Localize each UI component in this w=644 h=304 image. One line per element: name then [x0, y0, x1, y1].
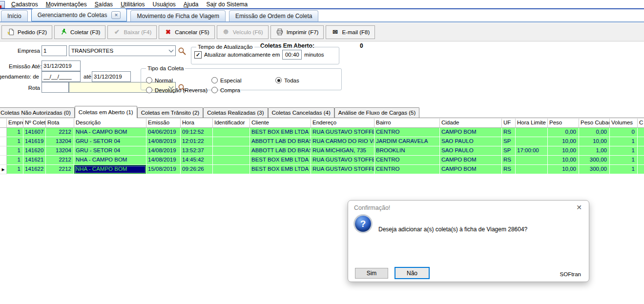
column-header-cliente[interactable]: Cliente	[250, 119, 311, 128]
cell-hora-limite[interactable]	[516, 137, 548, 146]
cell-hora[interactable]: 12:01:22	[181, 137, 213, 146]
cell-peso[interactable]: 10,00	[548, 146, 579, 156]
cell-c[interactable]	[638, 128, 644, 137]
cell-hora-limite[interactable]	[516, 165, 548, 174]
cell-identificador[interactable]	[213, 128, 250, 137]
column-header-descricao[interactable]: Descrição	[74, 119, 146, 128]
cell-uf[interactable]: SP	[502, 146, 516, 156]
nao-button[interactable]: Não	[395, 267, 430, 279]
cell-volumes[interactable]: 1	[610, 165, 638, 174]
table-row[interactable]: 11416072212NHA - CAMPO BOM04/06/201909:1…	[0, 128, 644, 137]
cell-n-coleta[interactable]: 141620	[23, 146, 46, 156]
cell-peso-cubado[interactable]: 1,00	[579, 146, 610, 156]
table-row[interactable]: 114162013204GRU - SETOR 0414/08/201913:5…	[0, 146, 644, 156]
cell-endereco[interactable]: RUA GUSTAVO STOFFEL, 45	[311, 156, 374, 165]
column-header-hora-limite[interactable]: Hora Limite	[516, 119, 548, 128]
radio-compra[interactable]: Compra	[211, 87, 240, 93]
radio-especial[interactable]: Especial	[211, 77, 241, 83]
cell-volumes[interactable]: 1	[610, 146, 638, 156]
cell-identificador[interactable]	[213, 137, 250, 146]
cell-endereco[interactable]: RUA GUSTAVO STOFFEL, 45	[311, 165, 374, 174]
cell-hora[interactable]: 09:12:52	[181, 128, 213, 137]
cell-peso-cubado[interactable]: 10,00	[579, 137, 610, 146]
cell-peso[interactable]: 0,00	[548, 128, 579, 137]
cell-hora-limite[interactable]: 17:00:00	[516, 146, 548, 156]
imprimir-f7-button[interactable]: Imprimir (F7)	[270, 25, 324, 39]
cell-cidade[interactable]: SAO PAULO	[440, 146, 502, 156]
baixar-f4-button[interactable]: ✔Baixar (F4)	[107, 25, 157, 39]
column-header-cidade[interactable]: Cidade	[440, 119, 502, 128]
cell-uf[interactable]: RS	[502, 165, 516, 174]
cell-volumes[interactable]: 1	[610, 137, 638, 146]
cell-n-coleta[interactable]: 141622	[23, 165, 46, 174]
cell-empresa[interactable]: 1	[7, 165, 23, 174]
cell-rota[interactable]: 13204	[46, 146, 74, 156]
close-icon[interactable]: ✕	[576, 204, 582, 211]
menu-item-cadastros[interactable]: Cadastros	[7, 0, 42, 8]
tab-coletas-canceladas-4[interactable]: Coletas Canceladas (4)	[268, 107, 334, 118]
coletar-f3-button[interactable]: Coletar (F3)	[54, 25, 105, 39]
cell-rota[interactable]: 13204	[46, 137, 74, 146]
column-header-peso[interactable]: Peso	[548, 119, 579, 128]
cell-identificador[interactable]	[213, 165, 250, 174]
cell-volumes[interactable]: 0	[610, 128, 638, 137]
auto-update-checkbox[interactable]: ✓	[194, 51, 202, 59]
cell-hora[interactable]: 14:45:42	[181, 156, 213, 165]
cell-emissao[interactable]: 04/06/2019	[146, 128, 181, 137]
menu-item-saidas[interactable]: Saídas	[91, 0, 117, 8]
cell-emissao[interactable]: 15/08/2019	[146, 165, 181, 174]
agendamento-de-input[interactable]	[42, 71, 81, 82]
menu-item-sair-do-sistema[interactable]: Sair do Sistema	[203, 0, 252, 8]
interval-input[interactable]	[282, 50, 302, 60]
tab-emissao-de-ordem-de-coleta[interactable]: Emissão de Ordem de Coleta	[229, 10, 318, 21]
sim-button[interactable]: Sim	[355, 268, 388, 279]
radio-todas[interactable]: Todas	[275, 77, 299, 83]
tab-coletas-em-aberto-1[interactable]: Coletas em Aberto (1)	[75, 106, 137, 118]
radio-devolucao-reversa[interactable]: Devolução (Reversa)	[146, 87, 208, 93]
cell-c[interactable]	[638, 165, 644, 174]
cell-n-coleta[interactable]: 141619	[23, 137, 46, 146]
cell-descricao[interactable]: GRU - SETOR 04	[74, 137, 146, 146]
cell-peso-cubado[interactable]: 300,00	[579, 156, 610, 165]
column-header-n-coleta[interactable]: Nº Coleta	[23, 119, 46, 128]
table-row[interactable]: 114161913204GRU - SETOR 0414/08/201912:0…	[0, 137, 644, 146]
column-header-uf[interactable]: UF	[502, 119, 516, 128]
cell-peso[interactable]: 10,00	[548, 165, 579, 174]
cell-uf[interactable]: RS	[502, 156, 516, 165]
column-header-c[interactable]: C	[638, 119, 644, 128]
cell-empresa[interactable]: 1	[7, 137, 23, 146]
column-header-volumes[interactable]: Volumes	[610, 119, 638, 128]
cell-cidade[interactable]: CAMPO BOM	[440, 128, 502, 137]
table-row[interactable]: ▶11416222212NHA - CAMPO BOM15/08/201909:…	[0, 165, 644, 174]
cell-bairro[interactable]: CENTRO	[374, 165, 440, 174]
empresa-code-input[interactable]	[42, 45, 67, 56]
cell-descricao[interactable]: NHA - CAMPO BOM	[74, 156, 146, 165]
tab-movimento-de-ficha-de-viagem[interactable]: Movimento de Ficha de Viagem	[130, 10, 226, 21]
column-header-empresa[interactable]: Empresa	[7, 119, 23, 128]
cell-descricao[interactable]: NHA - CAMPO BOM	[74, 128, 146, 137]
radio-normal[interactable]: Normal	[146, 77, 173, 83]
cell-hora-limite[interactable]	[516, 156, 548, 165]
pedido-f2-button[interactable]: Pedido (F2)	[1, 25, 52, 39]
cell-uf[interactable]: RS	[502, 128, 516, 137]
veiculo-f6-button[interactable]: ☸Veículo (F6)	[217, 25, 269, 39]
cell-uf[interactable]: SP	[502, 137, 516, 146]
cell-peso-cubado[interactable]: 0,00	[579, 128, 610, 137]
cell-identificador[interactable]	[213, 146, 250, 156]
empresa-search-icon[interactable]	[177, 47, 187, 56]
column-header-hora[interactable]: Hora	[181, 119, 213, 128]
cell-empresa[interactable]: 1	[7, 128, 23, 137]
tab-close-icon[interactable]: ✕	[111, 11, 121, 19]
cell-c[interactable]	[638, 156, 644, 165]
tab-inicio[interactable]: Início	[1, 10, 28, 21]
cell-cliente[interactable]: ABBOTT LAB DO BRASI	[250, 146, 311, 156]
column-header-emissao[interactable]: Emissão	[146, 119, 181, 128]
cell-endereco[interactable]: RUA GUSTAVO STOFFEL, 45	[311, 128, 374, 137]
cell-endereco[interactable]: RUA CARMO DO RIO VERDE	[311, 137, 374, 146]
agendamento-ate-input[interactable]	[92, 71, 131, 82]
cell-bairro[interactable]: JARDIM CARAVELA	[374, 137, 440, 146]
cell-volumes[interactable]: 1	[610, 156, 638, 165]
cell-cliente[interactable]: BEST BOX EMB LTDA	[250, 165, 311, 174]
column-header-endereco[interactable]: Endereço	[311, 119, 374, 128]
column-header-identificador[interactable]: Identificador	[213, 119, 250, 128]
